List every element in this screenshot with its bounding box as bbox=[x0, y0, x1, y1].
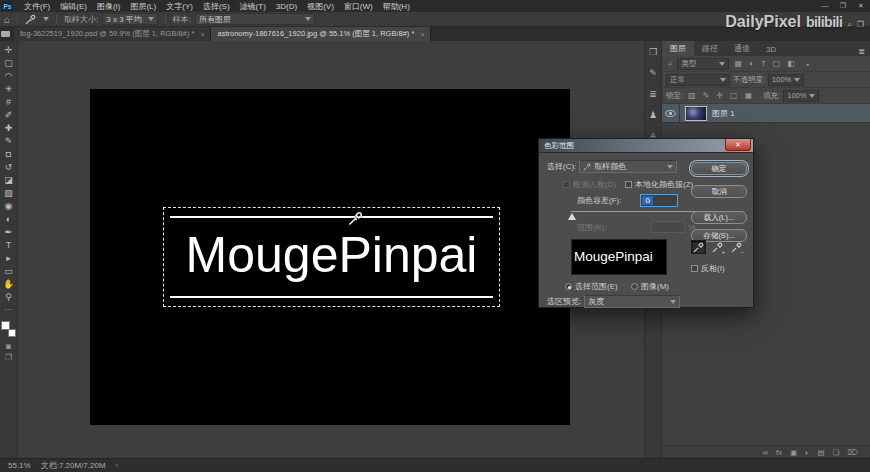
adjustments-panel-icon[interactable]: ≣ bbox=[645, 89, 661, 99]
status-options-caret[interactable]: › bbox=[116, 461, 119, 470]
menu-edit[interactable]: 编辑(E) bbox=[55, 1, 92, 12]
tab-channels[interactable]: 通道 bbox=[726, 41, 758, 56]
eyedropper-tool-icon[interactable]: ✐ bbox=[1, 109, 17, 122]
lock-transparency-icon[interactable]: ▨ bbox=[686, 91, 698, 100]
tab-layers[interactable]: 图层 bbox=[662, 41, 694, 56]
menu-view[interactable]: 视图(V) bbox=[302, 1, 339, 12]
background-color-swatch[interactable] bbox=[8, 329, 16, 337]
layer-effects-icon[interactable]: fx bbox=[776, 448, 782, 457]
libraries-panel-icon[interactable]: ♟ bbox=[645, 110, 661, 120]
quick-mask-icon[interactable]: ◙ bbox=[1, 341, 17, 352]
fuzziness-slider[interactable] bbox=[571, 211, 701, 212]
magic-wand-tool-icon[interactable]: ✳ bbox=[1, 83, 17, 96]
close-tab-icon[interactable]: × bbox=[200, 31, 204, 38]
document-tab-fog[interactable]: fog-3622519_1920.psd @ 59.9% (图层 1, RGB/… bbox=[14, 27, 211, 41]
minimize-button[interactable]: — bbox=[816, 1, 834, 11]
menu-type[interactable]: 文字(Y) bbox=[161, 1, 198, 12]
sample-dropdown[interactable]: 所有图层 bbox=[195, 13, 315, 25]
shape-tool-icon[interactable]: ▭ bbox=[1, 265, 17, 278]
invert-option[interactable]: 反相(I) bbox=[691, 263, 725, 274]
opacity-field[interactable]: 100% bbox=[768, 74, 804, 86]
menu-3d[interactable]: 3D(D) bbox=[271, 2, 302, 11]
filter-shape-icon[interactable]: ▢ bbox=[771, 59, 783, 68]
restore-button[interactable]: ❐ bbox=[834, 1, 852, 11]
image-radio[interactable] bbox=[631, 283, 638, 290]
lock-pixels-icon[interactable]: ✎ bbox=[701, 91, 712, 100]
fill-field[interactable]: 100% bbox=[783, 90, 819, 102]
localized-clusters-option[interactable]: 本地化颜色簇(Z) bbox=[625, 179, 693, 190]
home-icon[interactable]: ⌂ bbox=[4, 14, 10, 25]
adjustment-layer-icon[interactable]: ◐ bbox=[805, 448, 810, 457]
zoom-level-field[interactable]: 55.1% bbox=[8, 461, 31, 470]
healing-brush-tool-icon[interactable]: ✚ bbox=[1, 122, 17, 135]
layer-mask-icon[interactable]: ▣ bbox=[790, 448, 797, 457]
ok-button[interactable]: 确定 bbox=[691, 162, 747, 175]
detect-faces-checkbox[interactable] bbox=[563, 181, 570, 188]
history-brush-tool-icon[interactable]: ↺ bbox=[1, 161, 17, 174]
slider-thumb[interactable] bbox=[568, 213, 576, 220]
color-swatches[interactable] bbox=[1, 321, 16, 337]
lock-all-icon[interactable]: ▣ bbox=[743, 91, 755, 100]
collapse-toolbar-button[interactable] bbox=[1, 31, 10, 37]
layer-thumbnail[interactable] bbox=[685, 106, 707, 121]
cancel-button[interactable]: 取消 bbox=[691, 185, 747, 198]
document-canvas[interactable]: MougePinpai bbox=[90, 89, 570, 425]
crop-tool-icon[interactable]: # bbox=[1, 96, 17, 109]
menu-select[interactable]: 选择(S) bbox=[198, 1, 235, 12]
close-button[interactable]: ✕ bbox=[852, 1, 870, 11]
preview-image-option[interactable]: 图像(M) bbox=[631, 281, 669, 292]
eraser-tool-icon[interactable]: ◪ bbox=[1, 174, 17, 187]
new-layer-icon[interactable]: ❏ bbox=[833, 448, 840, 457]
panel-menu-icon[interactable]: ≣ bbox=[853, 47, 870, 56]
tab-3d[interactable]: 3D bbox=[758, 43, 784, 56]
blur-tool-icon[interactable]: ◉ bbox=[1, 200, 17, 213]
selection-radio[interactable] bbox=[565, 283, 572, 290]
new-group-icon[interactable]: ▤ bbox=[818, 448, 825, 457]
preview-selection-option[interactable]: 选择范围(E) bbox=[565, 281, 618, 292]
subtract-sample-eyedropper-icon[interactable]: − bbox=[729, 240, 744, 254]
add-sample-eyedropper-icon[interactable]: + bbox=[710, 240, 725, 254]
lock-position-icon[interactable]: ✛ bbox=[714, 91, 725, 100]
detect-faces-option[interactable]: 检测人脸(D) bbox=[563, 179, 616, 190]
menu-window[interactable]: 窗口(W) bbox=[339, 1, 378, 12]
layer-row-selected[interactable]: 图层 1 bbox=[662, 104, 870, 123]
selection-preview-dropdown[interactable]: 灰度 bbox=[584, 295, 680, 308]
hand-tool-icon[interactable]: ✋ bbox=[1, 278, 17, 291]
type-tool-icon[interactable]: T bbox=[1, 239, 17, 252]
menu-help[interactable]: 帮助(H) bbox=[378, 1, 415, 12]
screen-mode-icon[interactable]: ❐ bbox=[1, 352, 17, 363]
dialog-close-button[interactable]: ✕ bbox=[725, 139, 751, 151]
localized-clusters-checkbox[interactable] bbox=[625, 181, 632, 188]
menu-image[interactable]: 图像(I) bbox=[92, 1, 126, 12]
link-layers-icon[interactable]: ∞ bbox=[763, 448, 768, 457]
menu-layer[interactable]: 图层(L) bbox=[125, 1, 161, 12]
chevron-down-icon[interactable] bbox=[43, 17, 49, 21]
pen-tool-icon[interactable]: ✒ bbox=[1, 226, 17, 239]
edit-toolbar-icon[interactable]: ⋯ bbox=[1, 304, 17, 315]
filter-pixel-icon[interactable]: ▦ bbox=[732, 59, 744, 68]
foreground-color-swatch[interactable] bbox=[1, 321, 10, 330]
brush-settings-panel-icon[interactable]: ✎ bbox=[645, 68, 661, 78]
select-dropdown[interactable]: 取样颜色 bbox=[579, 160, 677, 173]
zoom-tool-icon[interactable]: ⚲ bbox=[1, 291, 17, 304]
dialog-title-bar[interactable]: 色彩范围 ✕ bbox=[539, 139, 753, 153]
document-tab-astronomy[interactable]: astronomy-1867616_1920.jpg @ 55.1% (图层 1… bbox=[211, 27, 431, 41]
close-tab-icon[interactable]: × bbox=[420, 31, 424, 38]
move-tool-icon[interactable]: ✛ bbox=[1, 44, 17, 57]
tab-paths[interactable]: 路径 bbox=[694, 41, 726, 56]
fuzziness-input[interactable]: 0 bbox=[640, 194, 678, 207]
load-button[interactable]: 载入(L)... bbox=[691, 211, 747, 224]
lasso-tool-icon[interactable]: ◠ bbox=[1, 70, 17, 83]
sample-eyedropper-icon[interactable] bbox=[691, 240, 706, 254]
layer-name[interactable]: 图层 1 bbox=[712, 108, 735, 119]
menu-file[interactable]: 文件(F) bbox=[19, 1, 55, 12]
marquee-tool-icon[interactable]: ▢ bbox=[1, 57, 17, 70]
filter-type-dropdown[interactable]: 类型 bbox=[677, 58, 729, 70]
menu-filter[interactable]: 滤镜(T) bbox=[235, 1, 271, 12]
filter-smart-object-icon[interactable]: ◧ bbox=[785, 59, 797, 68]
dodge-tool-icon[interactable]: ◐ bbox=[1, 213, 17, 226]
brush-tool-icon[interactable]: ✎ bbox=[1, 135, 17, 148]
lock-artboard-icon[interactable]: ▢ bbox=[728, 91, 740, 100]
clone-stamp-tool-icon[interactable]: ◘ bbox=[1, 148, 17, 161]
sample-size-dropdown[interactable]: 3 x 3 平均 bbox=[102, 13, 158, 25]
